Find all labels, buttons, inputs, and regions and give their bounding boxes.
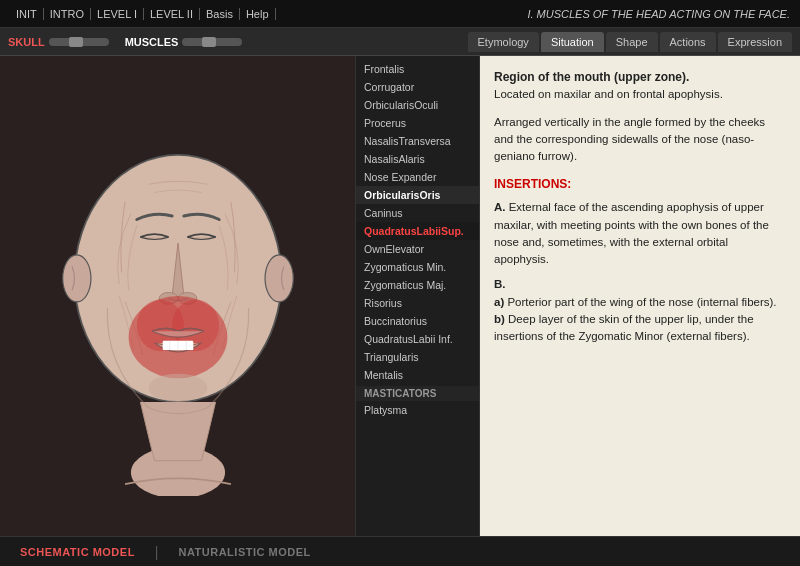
muscle-item-11[interactable]: Zygomaticus Min. bbox=[356, 258, 479, 276]
muscle-item-8[interactable]: Caninus bbox=[356, 204, 479, 222]
muscles-slider[interactable] bbox=[182, 38, 242, 46]
muscle-item-7[interactable]: OrbicularisOris bbox=[356, 186, 479, 204]
schematic-model-button[interactable]: SCHEMATIC MODEL bbox=[20, 546, 135, 558]
insertions-heading: INSERTIONS: bbox=[494, 175, 786, 193]
nav-intro[interactable]: INTRO bbox=[44, 8, 91, 20]
muscle-item-3[interactable]: Procerus bbox=[356, 114, 479, 132]
muscle-item-4[interactable]: NasalisTransversa bbox=[356, 132, 479, 150]
content-tabs: Etymology Situation Shape Actions Expres… bbox=[468, 32, 792, 52]
tab-expression[interactable]: Expression bbox=[718, 32, 792, 52]
nav-help[interactable]: Help bbox=[240, 8, 276, 20]
svg-point-3 bbox=[265, 255, 293, 302]
nav-level1[interactable]: LEVEL I bbox=[91, 8, 144, 20]
muscles-slider-thumb bbox=[202, 37, 216, 47]
content-panel: Region of the mouth (upper zone). Locate… bbox=[480, 56, 800, 536]
insertion-a-label: A. bbox=[494, 201, 506, 213]
anatomy-svg bbox=[38, 96, 318, 496]
muscles-label: MUSCLES bbox=[125, 36, 179, 48]
nav-basis[interactable]: Basis bbox=[200, 8, 240, 20]
bottom-divider: | bbox=[155, 544, 159, 560]
skull-label: SKULL bbox=[8, 36, 45, 48]
muscle-item-19[interactable]: Platysma bbox=[356, 401, 479, 419]
muscle-item-10[interactable]: OwnElevator bbox=[356, 240, 479, 258]
muscle-item-2[interactable]: OrbicularisOculi bbox=[356, 96, 479, 114]
muscle-item-0[interactable]: Frontalis bbox=[356, 60, 479, 78]
insertion-b: B. a) Porterior part of the wing of the … bbox=[494, 276, 786, 345]
arrangement-section: Arranged vertically in the angle formed … bbox=[494, 114, 786, 166]
tab-row: SKULL MUSCLES Etymology Situation Shape … bbox=[0, 28, 800, 56]
tab-etymology[interactable]: Etymology bbox=[468, 32, 539, 52]
tab-actions[interactable]: Actions bbox=[660, 32, 716, 52]
muscle-item-18: MASTICATORS bbox=[356, 386, 479, 401]
muscle-item-14[interactable]: Buccinatorius bbox=[356, 312, 479, 330]
muscle-item-9[interactable]: QuadratusLabiiSup. bbox=[356, 222, 479, 240]
svg-point-13 bbox=[148, 374, 207, 402]
muscle-item-15[interactable]: QuadratusLabii Inf. bbox=[356, 330, 479, 348]
nav-level2[interactable]: LEVEL II bbox=[144, 8, 200, 20]
muscle-item-1[interactable]: Corrugator bbox=[356, 78, 479, 96]
nav-init[interactable]: INIT bbox=[10, 8, 44, 20]
muscle-item-5[interactable]: NasalisAlaris bbox=[356, 150, 479, 168]
tab-situation[interactable]: Situation bbox=[541, 32, 604, 52]
skull-slider-thumb bbox=[69, 37, 83, 47]
main-area: FrontalisCorrugatorOrbicularisOculiProce… bbox=[0, 56, 800, 536]
muscle-item-13[interactable]: Risorius bbox=[356, 294, 479, 312]
muscle-item-17[interactable]: Mentalis bbox=[356, 366, 479, 384]
naturalistic-model-button[interactable]: NATURALISTIC MODEL bbox=[179, 546, 311, 558]
bottom-bar: SCHEMATIC MODEL | NATURALISTIC MODEL bbox=[0, 536, 800, 566]
muscle-item-6[interactable]: Nose Expander bbox=[356, 168, 479, 186]
skull-slider[interactable] bbox=[49, 38, 109, 46]
insertion-b2-label: b) bbox=[494, 313, 505, 325]
region-heading: Region of the mouth (upper zone). bbox=[494, 70, 689, 84]
region-section: Region of the mouth (upper zone). Locate… bbox=[494, 68, 786, 104]
svg-point-2 bbox=[62, 255, 90, 302]
arrangement-text: Arranged vertically in the angle formed … bbox=[494, 116, 765, 163]
insertion-a-text: External face of the ascending apophysis… bbox=[494, 201, 769, 265]
insertion-b-label: B. bbox=[494, 278, 506, 290]
insertion-a: A. External face of the ascending apophy… bbox=[494, 199, 786, 268]
muscle-item-16[interactable]: Triangularis bbox=[356, 348, 479, 366]
muscle-list: FrontalisCorrugatorOrbicularisOculiProce… bbox=[355, 56, 480, 536]
tab-shape[interactable]: Shape bbox=[606, 32, 658, 52]
page-title: I. MUSCLES OF THE HEAD ACTING ON THE FAC… bbox=[527, 8, 790, 20]
anatomy-panel bbox=[0, 56, 355, 536]
muscle-item-12[interactable]: Zygomaticus Maj. bbox=[356, 276, 479, 294]
region-text: Located on maxilar and on frontal apophy… bbox=[494, 88, 723, 100]
top-navigation: INIT INTRO LEVEL I LEVEL II Basis Help I… bbox=[0, 0, 800, 28]
insertion-b1-label: a) bbox=[494, 296, 504, 308]
insertion-b2-text: Deep layer of the skin of the upper lip,… bbox=[494, 313, 754, 342]
insertion-b1-text: Porterior part of the wing of the nose (… bbox=[507, 296, 776, 308]
